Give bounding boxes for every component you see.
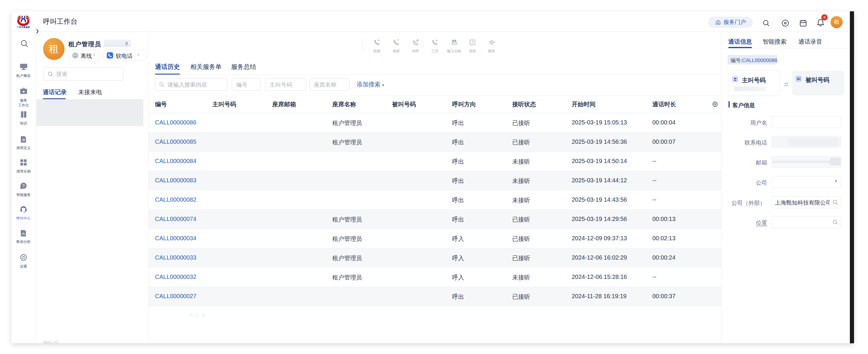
svg-text:?: ? [22, 183, 25, 188]
svg-text:?: ? [471, 40, 473, 44]
svg-text:广州交通集团: 广州交通集团 [17, 26, 30, 29]
